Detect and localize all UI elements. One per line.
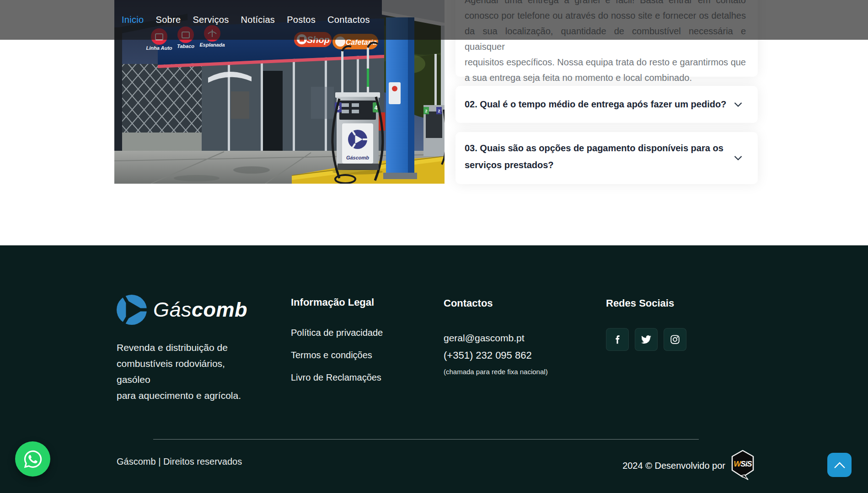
top-navbar: Inicio Sobre Serviços Notícias Postos Co… [0,0,868,40]
answer-line: a sua entrega seja feita no momento e lo… [465,70,746,85]
link-terms[interactable]: Termos e condições [291,350,383,360]
nav-menu: Inicio Sobre Serviços Notícias Postos Co… [0,0,868,40]
tagline-line: Revenda e distribuição de [117,339,249,355]
nav-item-noticias[interactable]: Notícias [241,15,275,25]
contact-phone-note: (chamada para rede fixa nacional) [444,368,548,376]
nav-item-sobre[interactable]: Sobre [156,15,181,25]
tabaco-label: Tabaco [177,43,194,49]
faq-question: 03. Quais são as opções de pagamento dis… [465,140,730,174]
right-pump-number-a: 2 [425,109,427,113]
contacts-heading: Contactos [444,297,493,309]
developer-credit-text: 2024 © Desenvolvido por [622,461,725,471]
chevron-up-icon [834,461,846,469]
facebook-button[interactable] [606,328,629,351]
faq-item-03[interactable]: 03. Quais são as opções de pagamento dis… [455,132,758,184]
link-complaints-book[interactable]: Livro de Reclamações [291,372,383,383]
nav-item-postos[interactable]: Postos [287,15,316,25]
chevron-down-icon [734,156,742,161]
linha-auto-label: Linha Auto [146,45,172,51]
footer-tagline: Revenda e distribuição de combustíveis r… [117,339,249,403]
pump-brand-logo [348,130,367,149]
social-heading: Redes Sociais [606,297,674,309]
copyright-text: Gáscomb | Direitos reservados [117,456,242,467]
legal-heading: Informação Legal [291,297,374,308]
faq-item-02[interactable]: 02. Qual é o tempo médio de entrega após… [455,86,758,123]
wsis-developer-logo[interactable]: WSiS [731,450,755,482]
twitter-button[interactable] [635,328,658,351]
svg-text:WSiS: WSiS [734,460,752,468]
footer: Gáscomb Revenda e distribuição de combus… [0,245,868,493]
footer-brand-name: Gáscomb [153,298,247,322]
esplanada-label: Esplanada [199,42,225,48]
canopy-pillar [383,17,417,179]
contact-email[interactable]: geral@gascomb.pt [444,333,525,344]
whatsapp-icon [23,449,43,469]
developer-credit: 2024 © Desenvolvido por WSiS [622,451,755,480]
gascomb-logo-icon [117,295,147,325]
answer-line: requisitos específicos. Nossa equipa tra… [465,54,746,70]
nav-item-servicos[interactable]: Serviços [193,15,229,25]
footer-brand-logo[interactable]: Gáscomb [117,295,247,325]
whatsapp-fab[interactable] [15,441,50,477]
chevron-down-icon [734,102,742,107]
right-pump-number-b: 2 [438,109,440,113]
instagram-icon [670,334,680,345]
door-opening [263,71,283,152]
social-buttons [606,328,686,351]
tagline-line: combustíveis rodoviários, gasóleo [117,355,249,387]
footer-divider [153,439,699,440]
faq-question: 02. Qual é o tempo médio de entrega após… [465,96,726,113]
twitter-icon [641,334,651,345]
legal-links: Política de privacidade Termos e condiçõ… [291,328,383,395]
instagram-button[interactable] [664,328,686,351]
nav-item-inicio[interactable]: Inicio [122,15,144,25]
gascomb-homepage: Linha Auto Tabaco Esplanada Shop Cafetar… [0,0,868,493]
contact-phone[interactable]: (+351) 232 095 862 [444,350,532,361]
brand-name-bold: comb [192,298,247,321]
nav-item-contactos[interactable]: Contactos [327,15,370,25]
link-privacy-policy[interactable]: Política de privacidade [291,328,383,338]
brand-name-light: Gás [153,298,192,321]
facebook-icon [612,334,622,345]
wsis-logo-sis: SiS [740,460,752,468]
pump-brand-label: Gáscomb [346,155,369,160]
tagline-line: para aquecimento e agrícola. [117,387,249,403]
scroll-to-top-button[interactable] [827,453,852,477]
